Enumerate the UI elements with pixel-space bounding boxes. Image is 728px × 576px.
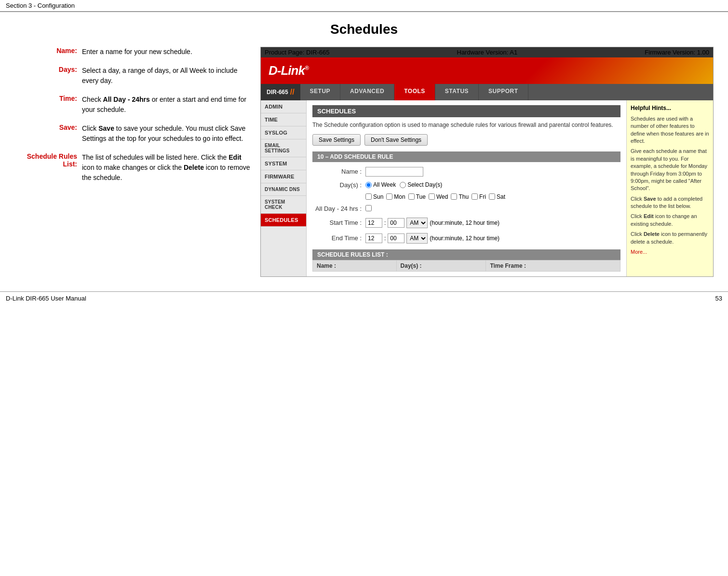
end-hour-input[interactable] [365,233,382,243]
hints-panel: Helpful Hints... Schedules are used with… [626,100,713,276]
hints-text-1: Schedules are used with a number of othe… [631,115,709,145]
sidebar-item-dynamic-dns[interactable]: DYNAMIC DNS [261,183,306,196]
section-label: Section 3 - Configuration [6,2,75,9]
nav-setup[interactable]: SETUP [300,84,341,100]
wed-checkbox[interactable] [429,193,435,200]
start-ampm-select[interactable]: AM PM [406,218,428,228]
select-days-radio[interactable] [400,182,406,188]
sat-checkbox[interactable] [489,193,495,200]
page-title: Schedules [0,12,728,42]
sidebar-item-time[interactable]: TIME [261,113,306,126]
days-label: Days: [14,66,82,86]
sidebar-item-email-settings[interactable]: EMAIL SETTINGS [261,139,306,157]
router-content-area: SCHEDULES The Schedule configuration opt… [307,100,626,276]
end-time-colon: : [384,235,386,242]
description-panel: Name: Enter a name for your new schedule… [14,47,251,277]
hints-title: Helpful Hints... [631,104,709,112]
select-days-option[interactable]: Select Day(s) [400,181,442,188]
start-time-row: : AM PM (hour:minute, 12 hour time) [365,218,620,228]
end-time-form-row: End Time : : AM PM (hour:minute, 12 [312,232,620,245]
nav-bar: DIR-665 // SETUP ADVANCED TOOLS STATUS S… [261,84,713,100]
rules-list-header: SCHEDULE RULES LIST : [312,249,620,260]
sat-checkbox-label[interactable]: Sat [489,193,505,200]
nav-status[interactable]: STATUS [435,84,479,100]
name-input[interactable] [365,167,423,177]
router-product: Product Page: DIR-665 [265,49,329,56]
nav-slash: // [290,88,295,96]
day-checkboxes-group: Sun Mon Tue Wed Thu Fri Sat [365,193,620,200]
col-timeframe: Time Frame : [486,260,620,271]
save-desc-text: Click Save to save your schedule. You mu… [82,123,251,144]
hints-more-link[interactable]: More... [631,249,647,255]
main-content: Name: Enter a name for your new schedule… [0,42,728,282]
dlink-logo: D-Link® [269,63,309,78]
sidebar-item-firmware[interactable]: FIRMWARE [261,170,306,183]
sidebar-item-admin[interactable]: ADMIN [261,100,306,113]
start-time-label: Start Time : [312,219,365,226]
days-desc-text: Select a day, a range of days, or All We… [82,66,251,86]
sun-checkbox-label[interactable]: Sun [365,193,383,200]
allday-field-label: All Day - 24 hrs : [312,205,365,212]
add-rule-header: 10 – ADD SCHEDULE RULE [312,151,620,162]
time-desc-text: Check All Day - 24hrs or enter a start a… [82,95,251,115]
sidebar-item-schedules[interactable]: SCHEDULES [261,214,306,227]
end-time-hint: (hour:minute, 12 hour time) [430,235,499,242]
save-label: Save: [14,123,82,144]
save-settings-button[interactable]: Save Settings [312,134,361,146]
rules-list-table: Name : Day(s) : Time Frame : [312,260,620,272]
bottom-bar: D-Link DIR-665 User Manual 53 [0,291,728,305]
save-buttons-row: Save Settings Don't Save Settings [312,134,620,146]
mon-checkbox-label[interactable]: Mon [386,193,405,200]
name-field-control [365,167,620,177]
fri-checkbox-label[interactable]: Fri [472,193,486,200]
nav-tools[interactable]: TOOLS [394,84,435,100]
days-field-label: Day(s) : [312,181,365,189]
col-name: Name : [313,260,397,271]
end-time-control: : AM PM (hour:minute, 12 hour time) [365,233,620,244]
allday-checkbox[interactable] [365,205,372,211]
days-desc-row: Days: Select a day, a range of days, or … [14,66,251,86]
nav-brand: DIR-665 // [261,84,300,100]
hints-text-5: Click Delete icon to permanently delete … [631,231,709,246]
schedule-rules-label: Schedule Rules List: [14,152,82,183]
all-week-option[interactable]: All Week [365,181,396,188]
dlink-header: D-Link® [261,57,713,84]
save-desc-row: Save: Click Save to save your schedule. … [14,123,251,144]
name-form-row: Name : [312,166,620,178]
name-desc-text: Enter a name for your new schedule. [82,47,251,57]
sun-checkbox[interactable] [365,193,372,200]
fri-checkbox[interactable] [472,193,478,200]
allday-form-row: All Day - 24 hrs : [312,204,620,214]
sidebar-item-system[interactable]: SYSTEM [261,157,306,170]
router-hardware: Hardware Version: A1 [457,49,518,56]
wed-checkbox-label[interactable]: Wed [429,193,448,200]
nav-brand-name: DIR-665 [267,89,288,96]
dont-save-settings-button[interactable]: Don't Save Settings [364,134,428,146]
time-label: Time: [14,95,82,115]
top-bar: Section 3 - Configuration [0,0,728,12]
sidebar-item-system-check[interactable]: SYSTEM CHECK [261,196,306,214]
nav-support[interactable]: SUPPORT [479,84,528,100]
hints-text-2: Give each schedule a name that is meanin… [631,148,709,192]
thu-checkbox-label[interactable]: Thu [451,193,469,200]
all-week-radio[interactable] [365,182,372,188]
end-time-label: End Time : [312,234,365,242]
mon-checkbox[interactable] [386,193,392,200]
router-main: SCHEDULES The Schedule configuration opt… [307,100,626,276]
tue-checkbox[interactable] [408,193,415,200]
schedules-description: The Schedule configuration option is use… [312,121,620,129]
sidebar-item-syslog[interactable]: SYSLOG [261,126,306,139]
start-hour-input[interactable] [365,218,382,228]
end-min-input[interactable] [388,233,404,243]
start-min-input[interactable] [388,218,404,228]
days-radio-group: All Week Select Day(s) [365,181,620,188]
end-ampm-select[interactable]: AM PM [406,233,428,244]
nav-advanced[interactable]: ADVANCED [340,84,394,100]
name-field-label: Name : [312,168,365,175]
thu-checkbox[interactable] [451,193,457,200]
day-checkboxes-control: Sun Mon Tue Wed Thu Fri Sat [365,193,620,200]
end-time-row: : AM PM (hour:minute, 12 hour time) [365,233,620,244]
tue-checkbox-label[interactable]: Tue [408,193,426,200]
schedule-rules-desc-row: Schedule Rules List: The list of schedul… [14,152,251,183]
router-top-bar: Product Page: DIR-665 Hardware Version: … [261,47,713,57]
